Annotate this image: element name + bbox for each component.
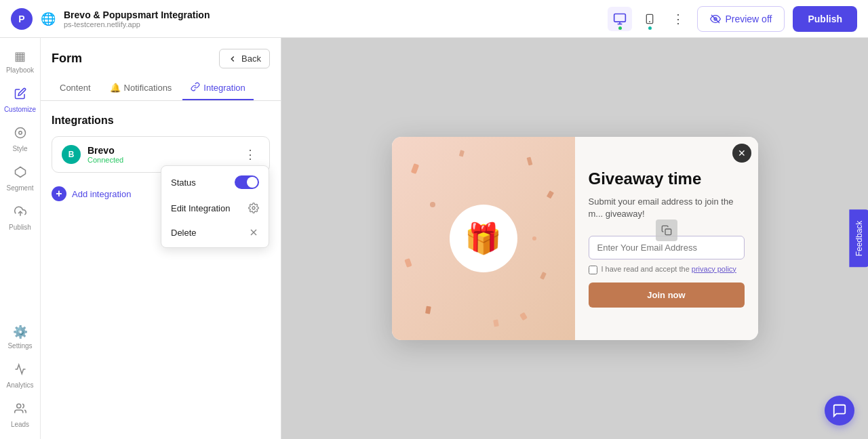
more-options-btn[interactable]: ⋮: [667, 8, 689, 30]
popup-left-panel: 🎁: [392, 137, 575, 340]
site-url: ps-testceren.netlify.app: [64, 20, 599, 28]
preview-label: Preview off: [725, 14, 772, 24]
svg-marker-9: [15, 167, 25, 177]
preview-button[interactable]: Preview off: [697, 6, 785, 32]
privacy-checkbox[interactable]: [589, 266, 597, 274]
svg-rect-21: [519, 312, 528, 321]
svg-point-23: [532, 236, 536, 241]
svg-point-8: [18, 131, 22, 135]
dropdown-status-item[interactable]: Status: [161, 169, 269, 196]
sidebar-item-publish[interactable]: Publish: [1, 200, 39, 236]
settings-icon: ⚙️: [13, 325, 28, 339]
popup-close-btn[interactable]: ✕: [732, 144, 751, 163]
panel-title: Form: [52, 51, 82, 66]
topbar: P 🌐 Brevo & Popupsmart Integration ps-te…: [0, 0, 868, 38]
delete-label: Delete: [171, 228, 197, 238]
site-info: Brevo & Popupsmart Integration ps-testce…: [64, 9, 599, 28]
site-globe-icon: 🌐: [41, 12, 56, 26]
svg-rect-18: [404, 258, 412, 268]
device-switcher: ⋮: [608, 7, 689, 31]
sidebar-item-settings[interactable]: ⚙️ Settings: [1, 319, 39, 355]
playbook-icon: ▦: [14, 49, 26, 64]
svg-rect-26: [665, 229, 671, 235]
sidebar-item-leads[interactable]: Leads: [1, 397, 39, 434]
sidebar-item-analytics[interactable]: Analytics: [1, 358, 39, 394]
svg-point-12: [252, 207, 255, 209]
panel-tabs: Content 🔔 Notifications Integration: [41, 77, 281, 101]
checkbox-row: I have read and accept the privacy polic…: [589, 265, 745, 274]
submit-button[interactable]: Join now: [589, 283, 745, 308]
side-panel: Form Back Content 🔔 Notifications Integr…: [41, 38, 281, 439]
back-button[interactable]: Back: [219, 49, 270, 68]
panel-body: Integrations B Brevo Connected ⋮ Stat: [41, 101, 281, 439]
sidebar-item-label-style: Style: [12, 145, 27, 152]
publish-nav-icon: [14, 205, 26, 221]
chat-button[interactable]: [825, 396, 854, 425]
tab-integration[interactable]: Integration: [182, 77, 253, 100]
tab-content[interactable]: Content: [52, 77, 99, 100]
sidebar-nav: ▦ Playbook Customize Style Segment Pub: [0, 38, 41, 439]
main-layout: ▦ Playbook Customize Style Segment Pub: [0, 38, 868, 439]
leads-icon: [14, 402, 26, 418]
close-icon: [248, 227, 259, 238]
back-label: Back: [241, 54, 261, 64]
svg-point-22: [430, 202, 435, 207]
sidebar-item-label-segment: Segment: [6, 184, 33, 192]
sidebar-item-label-publish: Publish: [9, 224, 31, 231]
copy-overlay-icon: [656, 220, 677, 241]
segment-icon: [14, 166, 26, 182]
publish-button[interactable]: Publish: [793, 6, 857, 32]
add-icon: +: [52, 186, 66, 201]
brevo-icon: B: [62, 145, 81, 164]
svg-point-7: [15, 128, 25, 138]
svg-rect-16: [526, 156, 532, 165]
integration-card-brevo: B Brevo Connected ⋮ Status Edit Integ: [52, 136, 270, 173]
analytics-icon: [14, 363, 26, 379]
status-label: Status: [171, 177, 196, 188]
integration-text: Brevo Connected: [87, 145, 123, 164]
privacy-policy-link[interactable]: privacy policy: [692, 265, 736, 273]
dropdown-edit-item[interactable]: Edit Integration: [161, 196, 269, 220]
svg-rect-24: [458, 150, 464, 156]
close-popup-icon: ✕: [738, 148, 746, 159]
sidebar-item-playbook[interactable]: ▦ Playbook: [1, 43, 39, 79]
status-toggle[interactable]: [235, 175, 259, 189]
sidebar-item-label-settings: Settings: [7, 342, 32, 350]
sidebar-item-customize[interactable]: Customize: [1, 82, 39, 119]
sidebar-item-label-analytics: Analytics: [6, 381, 33, 389]
popup-subtext: Submit your email address to join the m.…: [589, 196, 745, 220]
integration-dropdown: Status Edit Integration Delete: [161, 165, 269, 248]
sidebar-item-label-playbook: Playbook: [6, 66, 34, 74]
edit-integration-label: Edit Integration: [171, 203, 230, 213]
mobile-device-btn[interactable]: [637, 7, 662, 31]
tab-content-label: Content: [60, 83, 91, 93]
bell-icon: 🔔: [110, 83, 121, 93]
feedback-tab[interactable]: Feedback: [850, 210, 868, 268]
svg-rect-19: [540, 272, 547, 280]
sidebar-item-label-customize: Customize: [4, 106, 36, 113]
svg-rect-25: [493, 319, 499, 327]
panel-header: Form Back: [41, 38, 281, 68]
integration-more-btn[interactable]: ⋮: [241, 145, 260, 164]
sidebar-item-segment[interactable]: Segment: [1, 161, 39, 197]
gear-icon: [248, 203, 259, 213]
svg-rect-17: [546, 190, 553, 198]
popup-right-panel: ✕ Giveaway time Submit your email addres…: [575, 137, 758, 340]
integration-name: Brevo: [87, 145, 123, 156]
svg-point-11: [16, 404, 20, 408]
sidebar-item-style[interactable]: Style: [1, 121, 39, 158]
tab-notifications-label: Notifications: [124, 83, 172, 93]
tab-integration-label: Integration: [203, 83, 245, 93]
add-integration-label: Add integration: [72, 189, 131, 199]
svg-rect-0: [614, 14, 626, 22]
sidebar-item-label-leads: Leads: [11, 421, 29, 428]
dropdown-delete-item[interactable]: Delete: [161, 220, 269, 245]
popup-heading: Giveaway time: [589, 169, 745, 189]
desktop-device-btn[interactable]: [608, 7, 632, 31]
app-logo: P: [11, 8, 33, 30]
tab-notifications[interactable]: 🔔 Notifications: [102, 77, 180, 100]
gift-icon: 🎁: [450, 205, 517, 272]
integration-tab-icon: [191, 82, 200, 93]
svg-rect-20: [425, 306, 431, 314]
chat-icon: [832, 403, 847, 418]
